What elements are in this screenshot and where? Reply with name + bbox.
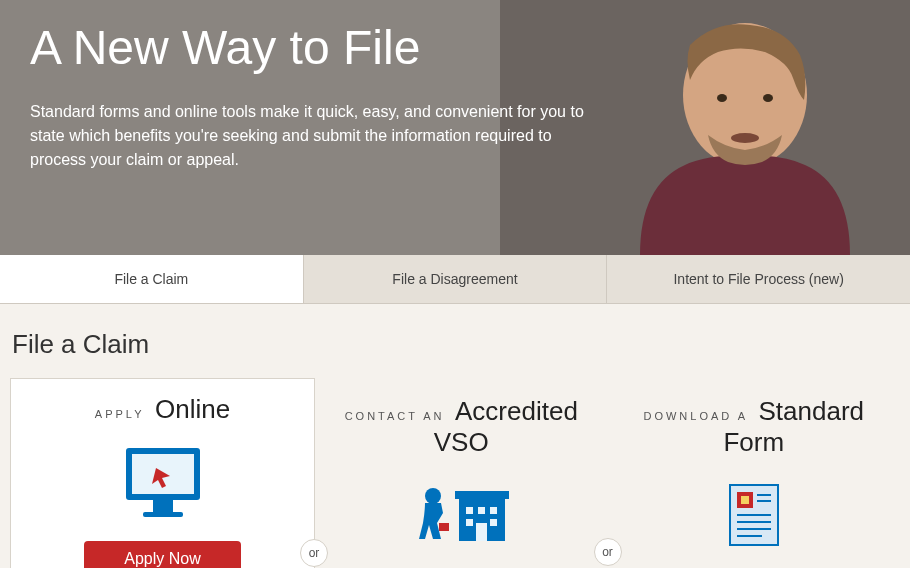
card-prefix: DOWNLOAD A <box>643 410 748 422</box>
card-title: DOWNLOAD A Standard Form <box>630 396 879 458</box>
card-prefix: CONTACT AN <box>345 410 445 422</box>
card-title: CONTACT AN Accredited VSO <box>337 396 586 458</box>
card-contact-vso: CONTACT AN Accredited VSO <box>315 378 608 568</box>
svg-rect-12 <box>455 491 509 499</box>
svg-rect-7 <box>153 500 173 512</box>
card-main-title: Online <box>155 394 230 424</box>
card-main-title: Standard Form <box>723 396 864 457</box>
svg-rect-16 <box>466 519 473 526</box>
svg-rect-17 <box>490 519 497 526</box>
svg-rect-8 <box>143 512 183 517</box>
or-divider: or <box>594 538 622 566</box>
or-divider: or <box>300 539 328 567</box>
tab-file-claim[interactable]: File a Claim <box>0 255 304 303</box>
svg-rect-15 <box>490 507 497 514</box>
svg-point-9 <box>425 488 441 504</box>
svg-rect-13 <box>466 507 473 514</box>
content-area: File a Claim APPLY Online Apply Now or <box>0 304 910 568</box>
card-apply-online: APPLY Online Apply Now or <box>10 378 315 568</box>
card-main-title: Accredited VSO <box>434 396 578 457</box>
tab-bar: File a Claim File a Disagreement Intent … <box>0 255 910 304</box>
tab-file-disagreement[interactable]: File a Disagreement <box>304 255 608 303</box>
person-building-icon <box>337 476 586 556</box>
svg-point-3 <box>763 94 773 102</box>
monitor-icon <box>33 443 292 523</box>
card-prefix: APPLY <box>95 408 145 420</box>
svg-rect-18 <box>476 523 487 541</box>
card-title: APPLY Online <box>33 394 292 425</box>
card-download-form: DOWNLOAD A Standard Form Download and p <box>608 378 901 568</box>
hero-subtitle: Standard forms and online tools make it … <box>30 100 600 172</box>
svg-point-4 <box>731 133 759 143</box>
hero-banner: A New Way to File Standard forms and onl… <box>0 0 910 255</box>
document-icon <box>630 476 879 556</box>
apply-now-button[interactable]: Apply Now <box>84 541 240 568</box>
tab-intent-to-file[interactable]: Intent to File Process (new) <box>607 255 910 303</box>
option-cards: APPLY Online Apply Now or CONTACT AN Acc… <box>10 378 900 568</box>
hero-person-image <box>590 0 900 255</box>
svg-point-2 <box>717 94 727 102</box>
svg-rect-10 <box>439 523 449 531</box>
svg-rect-21 <box>741 496 749 504</box>
section-heading: File a Claim <box>12 329 900 360</box>
svg-rect-14 <box>478 507 485 514</box>
